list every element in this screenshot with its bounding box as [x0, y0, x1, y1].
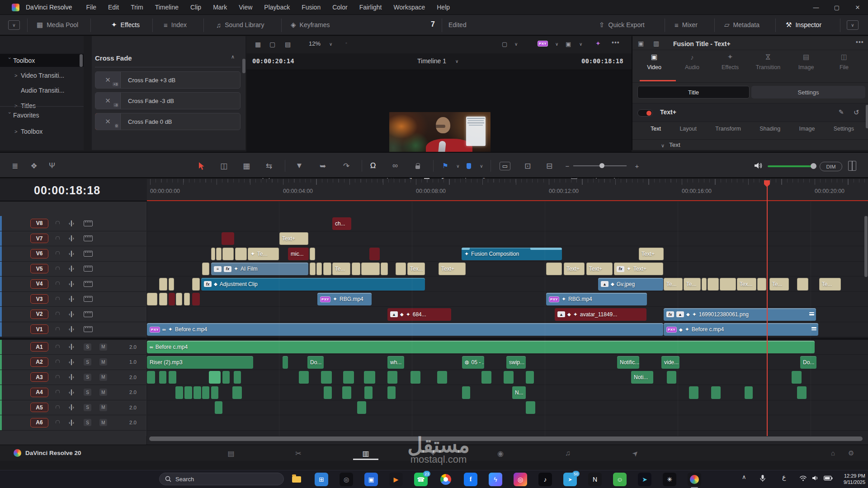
clip-block[interactable]: [357, 401, 366, 414]
mixer-button[interactable]: ≡Mixer: [675, 15, 698, 35]
page-fairlight[interactable]: ♫: [558, 448, 578, 459]
dynamic-trim-mode-icon[interactable]: ⇆: [261, 159, 277, 173]
taskbar-openai-chatgpt-icon[interactable]: ✳: [663, 473, 676, 486]
subtab-transform[interactable]: Transform: [715, 126, 741, 132]
clip-block[interactable]: [546, 263, 562, 275]
clip-avatar11849[interactable]: ▲◆✦avatar_11849...: [555, 308, 646, 321]
inspector-options-icon[interactable]: •••: [856, 38, 864, 46]
clip-block[interactable]: [396, 263, 406, 275]
replace-clip-icon[interactable]: ↷: [339, 159, 354, 173]
fade-handle-right[interactable]: [530, 248, 562, 250]
section-chevron-icon[interactable]: ∨: [661, 143, 665, 149]
mute-button[interactable]: M: [99, 404, 107, 411]
zoom-chevron-icon[interactable]: ∨: [329, 42, 332, 47]
track-frame-icon[interactable]: [84, 281, 93, 287]
clip-te[interactable]: Te...: [684, 278, 701, 291]
clip-mic[interactable]: mic...: [288, 248, 309, 260]
clip-te[interactable]: Te...: [769, 278, 789, 291]
timeline-ruler[interactable]: 00:00:00:0000:00:04:0000:00:08:0000:00:1…: [147, 179, 868, 201]
tree-item-toolbox[interactable]: ›Toolbox: [0, 54, 84, 67]
track-badge-v5[interactable]: V5: [30, 264, 48, 273]
still-grab-icon[interactable]: ▣: [566, 41, 571, 47]
clip-beforecmp4[interactable]: PXY∞✦Before c.mp4: [147, 323, 663, 336]
clip-beforecmp4[interactable]: PXY◆✦Before c.mp4: [664, 323, 818, 336]
track-lane-v3[interactable]: PXY✦RBG.mp4PXY✦RBG.mp4: [147, 292, 868, 307]
auto-select-icon[interactable]: ‹┃›: [69, 344, 74, 350]
close-button[interactable]: ✕: [847, 0, 868, 15]
clip-gvjpeg[interactable]: ▲◆Gv.jpeg: [598, 278, 663, 291]
maximize-button[interactable]: ▢: [826, 0, 847, 15]
page-edit[interactable]: ▥: [356, 448, 376, 459]
timeline-view-options-icon[interactable]: ≣: [7, 159, 23, 173]
clip-block[interactable]: [169, 371, 176, 384]
menu-playback[interactable]: Playback: [258, 0, 296, 15]
tree-chevron-icon[interactable]: >: [14, 73, 21, 78]
fade-handle-left[interactable]: [462, 248, 470, 250]
tray-volume-icon[interactable]: [812, 475, 819, 481]
inspector-tab-video[interactable]: ▣Video: [638, 52, 670, 70]
clip-text[interactable]: Text+: [279, 232, 308, 245]
clip-text[interactable]: Text+: [639, 248, 664, 260]
inspector-button[interactable]: ⚒Inspector: [786, 15, 821, 35]
taskbar-davinci-resolve-icon[interactable]: [688, 473, 701, 486]
clip-block[interactable]: [792, 371, 802, 384]
track-frame-icon[interactable]: [84, 251, 93, 257]
page-fusion[interactable]: ✦: [423, 448, 443, 459]
zoom-out-icon[interactable]: −: [560, 159, 575, 173]
taskbar-file-explorer-icon[interactable]: [290, 473, 303, 486]
clip-adjustmentclip[interactable]: fx◆Adjustment Clip: [201, 278, 425, 291]
tree-chevron-icon[interactable]: >: [14, 103, 21, 108]
track-badge-a3[interactable]: A3: [30, 372, 48, 382]
grab-chevron-icon[interactable]: ∨: [579, 42, 582, 47]
meters-icon[interactable]: [848, 161, 856, 171]
inspector-tab-audio[interactable]: ♪Audio: [676, 52, 708, 70]
clip-block[interactable]: [147, 293, 157, 305]
razor-edit-mode-icon[interactable]: ▦: [239, 159, 254, 173]
clip-block[interactable]: [720, 278, 736, 291]
tray-wifi-icon[interactable]: [799, 475, 807, 481]
clip-block[interactable]: [147, 371, 155, 384]
track-header-v3[interactable]: V3‹┃›: [0, 292, 147, 307]
transition-item-1[interactable]: ✕+3Cross Fade +3 dB: [95, 71, 241, 89]
clip-block[interactable]: [526, 371, 534, 384]
clip-block[interactable]: [342, 386, 351, 399]
clip-block[interactable]: [169, 293, 175, 305]
zoom-slider-knob[interactable]: [599, 163, 604, 168]
tree-item-favorites[interactable]: ›Favorites: [0, 108, 84, 122]
tree-item-audiotransiti[interactable]: Audio Transiti...: [0, 84, 84, 97]
clip-block[interactable]: [202, 263, 209, 275]
taskbar-chrome-icon[interactable]: [439, 473, 453, 486]
track-lane-v5[interactable]: ≡fx✦AI FilmTe...Tex...Text+Text+Text+fx✦…: [147, 262, 868, 277]
clip-block[interactable]: [437, 371, 447, 384]
tree-chevron-icon[interactable]: ›: [7, 57, 13, 64]
zoom-custom-icon[interactable]: ⊟: [542, 159, 557, 173]
transform-select-icon[interactable]: ▢: [502, 41, 507, 47]
clip-aifilm[interactable]: ≡fx✦AI Film: [211, 263, 308, 275]
subtab-shading[interactable]: Shading: [760, 126, 780, 132]
clip-block[interactable]: [316, 263, 322, 275]
tray-mic-icon[interactable]: [760, 474, 766, 483]
clip-1699012380061png[interactable]: fx▲◆✦1699012380061.png: [664, 308, 816, 321]
clip-block[interactable]: [708, 278, 719, 291]
clip-rbgmp4[interactable]: PXY✦RBG.mp4: [317, 293, 372, 305]
volume-knob[interactable]: [811, 163, 816, 169]
toolbar-collapse-right[interactable]: ∨: [847, 20, 859, 30]
track-header-a3[interactable]: A3‹┃›SM2.0: [0, 370, 147, 385]
track-header-a2[interactable]: A2‹┃›SM1.0: [0, 355, 147, 370]
inspector-scrollbar[interactable]: [866, 105, 868, 128]
clip-te[interactable]: ✦Te...: [248, 248, 279, 260]
keyframe-wand-icon[interactable]: ✎: [839, 108, 844, 116]
tree-item-toolbox[interactable]: >Toolbox: [0, 125, 84, 138]
timeline-hscrollbar[interactable]: [149, 436, 863, 441]
taskbar-messenger-icon[interactable]: ϟ: [489, 473, 502, 486]
auto-select-icon[interactable]: ‹┃›: [69, 221, 74, 226]
metadata-button[interactable]: ▱Metadata: [724, 15, 760, 35]
track-lane-a4[interactable]: N...: [147, 385, 868, 400]
transform-chevron-icon[interactable]: ∨: [514, 42, 518, 47]
clip-block[interactable]: [364, 386, 373, 399]
page-media[interactable]: ▤: [221, 448, 241, 459]
trim-edit-mode-icon[interactable]: ◫: [216, 159, 231, 173]
project-settings-icon[interactable]: ⚙: [848, 449, 854, 457]
volume-slider[interactable]: [768, 165, 814, 167]
clip-tex[interactable]: Tex...: [737, 278, 756, 291]
